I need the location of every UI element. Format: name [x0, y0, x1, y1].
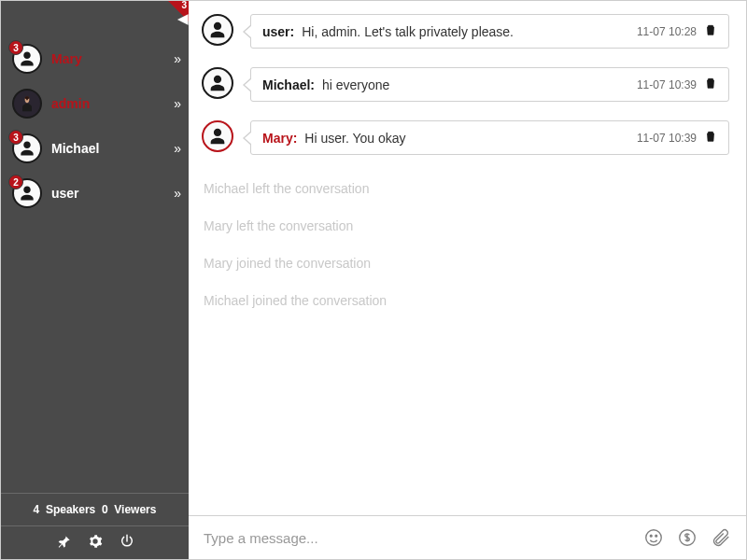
- gear-icon[interactable]: [88, 534, 103, 552]
- chevrons-icon[interactable]: »: [174, 96, 179, 111]
- dollar-icon[interactable]: [677, 527, 698, 548]
- system-message: Michael left the conversation: [202, 174, 729, 203]
- message-avatar: [202, 120, 233, 152]
- contact-item[interactable]: admin»: [1, 81, 189, 126]
- unread-badge: 3: [8, 130, 23, 145]
- message-row: user:Hi, admin. Let's talk privately ple…: [202, 14, 729, 49]
- unread-badge: 2: [8, 175, 23, 189]
- main-panel: user:Hi, admin. Let's talk privately ple…: [189, 1, 746, 559]
- trash-icon[interactable]: [704, 77, 717, 92]
- speakers-count: 4: [34, 503, 40, 516]
- message-avatar: [202, 67, 233, 99]
- contact-name: Mary: [51, 51, 174, 66]
- composer-icons: [643, 527, 731, 548]
- contact-name: user: [51, 186, 174, 201]
- notification-count: 3: [181, 0, 187, 10]
- message-row: Mary:Hi user. You okay11-07 10:39: [202, 120, 729, 155]
- sidebar: 3 ◀ 3Mary»admin»3Michael»2user» 4 Speake…: [1, 1, 189, 559]
- message-time: 11-07 10:28: [637, 25, 697, 38]
- viewers-count: 0: [102, 503, 108, 516]
- emoji-icon[interactable]: [643, 527, 664, 548]
- chat-app: 3 ◀ 3Mary»admin»3Michael»2user» 4 Speake…: [0, 0, 747, 560]
- message-sender: Michael:: [262, 77, 315, 92]
- avatar: 2: [12, 178, 42, 208]
- message-input[interactable]: [204, 530, 643, 546]
- message-avatar: [202, 14, 233, 46]
- power-icon[interactable]: [120, 534, 134, 552]
- message-body: Hi user. You okay: [304, 131, 637, 146]
- message-bubble: user:Hi, admin. Let's talk privately ple…: [250, 14, 729, 49]
- message-sender: user:: [262, 24, 294, 39]
- chevrons-icon[interactable]: »: [174, 51, 179, 66]
- contact-name: admin: [51, 96, 174, 111]
- pin-icon[interactable]: [56, 534, 71, 552]
- speakers-label: Speakers: [46, 503, 95, 516]
- message-sender: Mary:: [262, 131, 297, 146]
- chevrons-icon[interactable]: »: [174, 186, 179, 201]
- contact-item[interactable]: 3Michael»: [1, 126, 189, 171]
- composer: [189, 515, 746, 559]
- message-bubble: Michael:hi everyone11-07 10:39: [250, 67, 729, 102]
- system-message: Mary joined the conversation: [202, 248, 729, 278]
- contact-item[interactable]: 2user»: [1, 171, 189, 216]
- system-message: Mary left the conversation: [202, 211, 729, 241]
- sidebar-footer: 4 Speakers 0 Viewers: [1, 493, 189, 559]
- sidebar-toolbar: [1, 525, 189, 559]
- contact-item[interactable]: 3Mary»: [1, 36, 189, 81]
- trash-icon[interactable]: [704, 130, 717, 146]
- message-row: Michael:hi everyone11-07 10:39: [202, 67, 729, 102]
- avatar: 3: [12, 44, 42, 74]
- chevrons-icon[interactable]: »: [174, 141, 179, 156]
- contacts-list: 3Mary»admin»3Michael»2user»: [1, 1, 189, 493]
- message-body: Hi, admin. Let's talk privately please.: [302, 24, 637, 39]
- stats-bar: 4 Speakers 0 Viewers: [1, 494, 189, 525]
- system-message: Michael joined the conversation: [202, 286, 729, 315]
- trash-icon[interactable]: [704, 23, 717, 39]
- avatar: [12, 89, 42, 119]
- viewers-label: Viewers: [114, 503, 156, 516]
- contact-name: Michael: [51, 141, 174, 156]
- message-time: 11-07 10:39: [637, 132, 697, 145]
- collapse-sidebar-icon[interactable]: ◀: [177, 10, 189, 27]
- messages-list: user:Hi, admin. Let's talk privately ple…: [189, 1, 746, 515]
- avatar: 3: [12, 133, 42, 163]
- unread-badge: 3: [8, 40, 23, 55]
- message-time: 11-07 10:39: [637, 78, 697, 91]
- message-body: hi everyone: [322, 77, 637, 92]
- attach-icon[interactable]: [711, 527, 731, 548]
- message-bubble: Mary:Hi user. You okay11-07 10:39: [250, 120, 729, 155]
